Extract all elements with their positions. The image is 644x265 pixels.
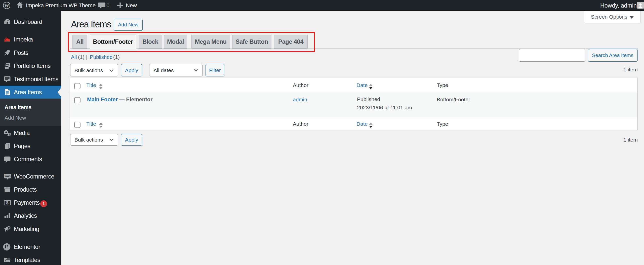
svg-text:Woo: Woo (5, 174, 11, 178)
svg-text:$: $ (6, 200, 8, 205)
svg-text:W: W (4, 3, 9, 8)
